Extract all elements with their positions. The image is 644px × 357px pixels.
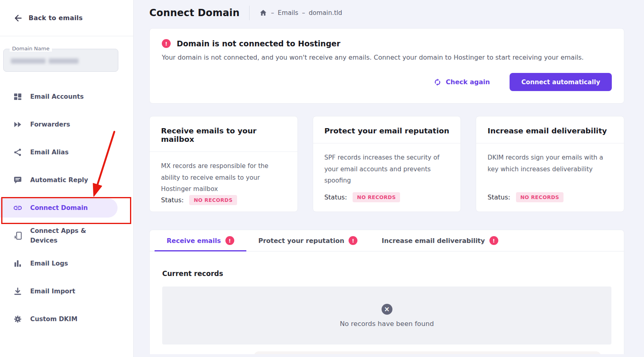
- current-records-section: Current records × No records have been f…: [150, 251, 624, 354]
- page-title: Connect Domain: [149, 7, 239, 19]
- next-section-edge: [254, 351, 601, 354]
- sidebar-item-label: Custom DKIM: [30, 314, 77, 324]
- tab-label: Receive emails: [167, 237, 221, 245]
- status-label: Status:: [487, 193, 510, 201]
- current-records-heading: Current records: [162, 270, 611, 278]
- sidebar-item-custom-dkim[interactable]: Custom DKIM: [0, 309, 133, 329]
- sidebar-item-label: Connect Apps & Devices: [30, 226, 95, 245]
- alert-description: Your domain is not connected, and you wo…: [162, 54, 612, 61]
- domain-not-connected-alert: ! Domain is not connected to Hostinger Y…: [149, 28, 624, 104]
- records-tabs: Receive emails ! Protect your reputation…: [150, 230, 624, 251]
- records-panel: Receive emails ! Protect your reputation…: [149, 230, 624, 354]
- forwarders-double-arrow-icon: [13, 120, 23, 129]
- sidebar-item-label: Email Alias: [30, 147, 69, 157]
- card-title: Increase email deliverability: [476, 116, 624, 143]
- download-icon: [13, 286, 23, 296]
- sidebar-item-connect-domain[interactable]: Connect Domain: [0, 198, 118, 218]
- domain-name-label: Domain Name: [10, 46, 52, 52]
- back-to-emails-label: Back to emails: [29, 14, 83, 22]
- card-description: MX records are responsible for the abili…: [161, 160, 286, 195]
- sidebar-item-email-accounts[interactable]: Email Accounts: [0, 87, 133, 106]
- card-description: DKIM records sign your emails with a key…: [487, 152, 613, 175]
- bar-chart-icon: [13, 259, 23, 268]
- sidebar-item-connect-apps-devices[interactable]: Connect Apps & Devices: [0, 226, 133, 245]
- back-to-emails-button[interactable]: Back to emails: [0, 0, 133, 36]
- spf-records-card: Protect your email reputation SPF record…: [313, 116, 461, 212]
- redacted-domain-text: [49, 58, 78, 64]
- connect-domain-page: { "sidebar": { "back_label": "Back to em…: [0, 0, 644, 357]
- card-title: Receive emails to your mailbox: [150, 116, 297, 152]
- tab-protect-your-reputation[interactable]: Protect your reputation !: [246, 230, 370, 251]
- home-icon[interactable]: [259, 9, 267, 17]
- alert-title: Domain is not connected to Hostinger: [177, 39, 341, 48]
- main-content: Connect Domain – Emails – domain.tld ! D…: [134, 0, 644, 357]
- chat-message-icon: [13, 175, 23, 185]
- sidebar-menu: Email Accounts Forwarders Email Alias Au…: [0, 87, 133, 329]
- breadcrumb-separator: –: [271, 9, 274, 17]
- warning-badge-icon: !: [349, 236, 357, 245]
- card-description: SPF records increases the security of yo…: [324, 152, 450, 187]
- header-divider: [249, 6, 250, 20]
- empty-state-message: No records have been found: [340, 320, 434, 328]
- sidebar-item-label: Email Logs: [30, 259, 68, 268]
- device-gear-icon: [13, 231, 23, 241]
- sidebar-item-email-logs[interactable]: Email Logs: [0, 254, 133, 273]
- sidebar-item-forwarders[interactable]: Forwarders: [0, 115, 133, 134]
- sidebar-item-label: Email Import: [30, 286, 75, 296]
- page-header: Connect Domain – Emails – domain.tld: [149, 0, 624, 26]
- tab-increase-email-deliverability[interactable]: Increase email deliverability !: [369, 230, 510, 251]
- breadcrumb-item-emails[interactable]: Emails: [278, 9, 298, 17]
- sidebar-item-label: Connect Domain: [30, 203, 88, 213]
- sidebar-item-label: Forwarders: [30, 120, 70, 129]
- warning-badge-icon: !: [489, 236, 498, 245]
- check-again-button[interactable]: Check again: [433, 78, 490, 87]
- status-label: Status:: [324, 193, 347, 201]
- breadcrumb-item-domain: domain.tld: [309, 9, 342, 17]
- sidebar-item-label: Automatic Reply: [30, 175, 88, 185]
- chain-link-icon: [13, 203, 23, 213]
- sidebar-item-email-alias[interactable]: Email Alias: [0, 143, 133, 162]
- card-title: Protect your email reputation: [313, 116, 461, 143]
- status-label: Status:: [161, 196, 184, 204]
- redacted-domain-text: [11, 58, 45, 64]
- no-records-empty-state: × No records have been found: [162, 286, 611, 345]
- sidebar-item-email-import[interactable]: Email Import: [0, 282, 133, 301]
- email-sidebar: Back to emails Domain Name Email Account…: [0, 0, 134, 357]
- tab-label: Protect your reputation: [258, 237, 345, 245]
- connect-automatically-button[interactable]: Connect automatically: [510, 73, 612, 91]
- warning-badge-icon: !: [225, 236, 234, 245]
- exclamation-circle-icon: !: [162, 39, 171, 48]
- gear-icon: [13, 314, 23, 324]
- dns-summary-cards: Receive emails to your mailbox MX record…: [149, 116, 624, 212]
- x-circle-icon: ×: [382, 304, 392, 315]
- breadcrumb-separator: –: [302, 9, 305, 17]
- mx-records-card: Receive emails to your mailbox MX record…: [149, 116, 298, 212]
- arrow-left-icon: [13, 13, 23, 23]
- sidebar-item-automatic-reply[interactable]: Automatic Reply: [0, 170, 133, 190]
- status-badge: NO RECORDS: [353, 192, 400, 202]
- status-badge: NO RECORDS: [189, 195, 237, 205]
- email-accounts-grid-icon: [13, 92, 23, 102]
- tab-receive-emails[interactable]: Receive emails !: [155, 230, 246, 251]
- share-nodes-icon: [13, 147, 23, 157]
- dkim-records-card: Increase email deliverability DKIM recor…: [476, 116, 624, 212]
- domain-name-field[interactable]: Domain Name: [3, 49, 118, 72]
- status-badge: NO RECORDS: [516, 192, 564, 202]
- breadcrumb: – Emails – domain.tld: [259, 9, 342, 17]
- sidebar-item-label: Email Accounts: [30, 92, 84, 102]
- alert-actions: Check again Connect automatically: [162, 73, 612, 91]
- check-again-label: Check again: [446, 78, 490, 86]
- tab-label: Increase email deliverability: [382, 237, 485, 245]
- refresh-icon: [433, 78, 442, 87]
